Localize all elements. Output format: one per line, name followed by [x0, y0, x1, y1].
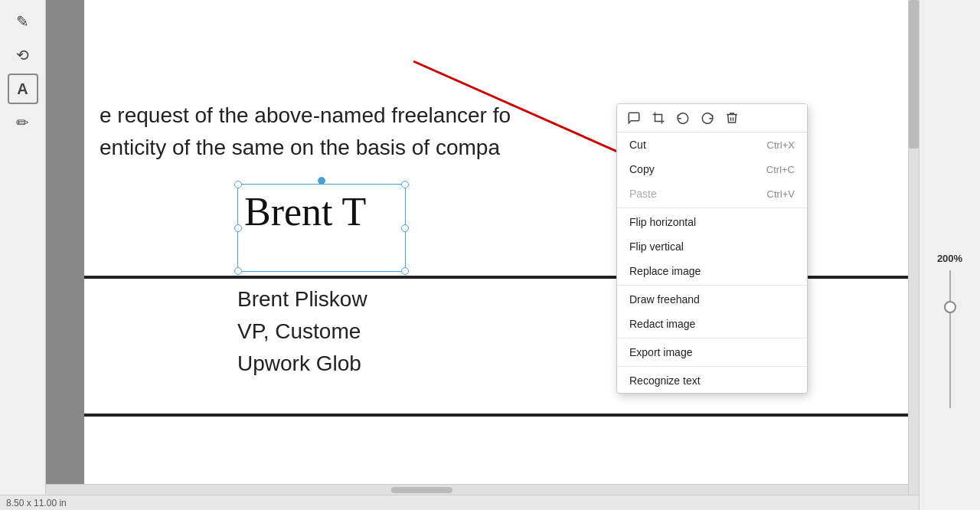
copy-menu-item[interactable]: Copy Ctrl+C	[617, 157, 807, 181]
document-size-label: 8.50 x 11.00 in	[6, 498, 67, 508]
resize-handle-mr[interactable]	[401, 224, 409, 232]
rotate-handle[interactable]	[318, 177, 325, 185]
resize-handle-br[interactable]	[401, 267, 409, 275]
signature-image[interactable]: Brent T	[237, 184, 406, 272]
pencil-tool-button[interactable]: ✎	[8, 6, 38, 37]
context-menu: Cut Ctrl+X Copy Ctrl+C Paste Ctrl+V Flip…	[616, 103, 808, 394]
export-image-menu-item[interactable]: Export image	[617, 340, 807, 365]
separator-2	[617, 285, 807, 286]
zoom-track	[949, 270, 951, 408]
scrollbar-v-thumb[interactable]	[909, 0, 919, 149]
separator-1	[617, 208, 807, 208]
lasso-icon: ⟲	[16, 46, 29, 64]
left-toolbar: ✎ ⟲ A ✏	[0, 0, 46, 510]
delete-icon[interactable]	[723, 109, 741, 127]
lasso-tool-button[interactable]: ⟲	[8, 40, 38, 70]
paste-menu-item: Paste Ctrl+V	[617, 181, 807, 206]
scrollbar-h-thumb[interactable]	[391, 487, 452, 493]
crop-icon[interactable]	[649, 109, 668, 127]
status-bar: 8.50 x 11.00 in	[0, 495, 919, 510]
draw-freehand-label: Draw freehand	[629, 293, 700, 306]
name-block: Brent Pliskow VP, Custome Upwork Glob	[237, 283, 368, 380]
resize-handle-tr[interactable]	[401, 181, 409, 188]
text-tool-button[interactable]: A	[8, 74, 38, 104]
resize-handle-ml[interactable]	[234, 224, 242, 232]
undo-icon[interactable]	[674, 109, 692, 127]
paste-label: Paste	[629, 188, 657, 200]
context-menu-toolbar	[617, 104, 807, 132]
comment-icon[interactable]	[625, 109, 643, 127]
flip-vertical-menu-item[interactable]: Flip vertical	[617, 234, 807, 259]
paste-shortcut: Ctrl+V	[767, 188, 795, 200]
redact-image-menu-item[interactable]: Redact image	[617, 312, 807, 336]
highlight-tool-button[interactable]: ✏	[8, 107, 38, 138]
text-icon: A	[17, 80, 28, 98]
resize-handle-bl[interactable]	[234, 267, 242, 275]
cut-shortcut: Ctrl+X	[767, 139, 795, 151]
signature-content: Brent T	[238, 185, 405, 240]
zoom-slider[interactable]	[942, 270, 958, 408]
name-line3: Upwork Glob	[237, 348, 368, 380]
redo-icon[interactable]	[698, 109, 717, 127]
flip-horizontal-label: Flip horizontal	[629, 216, 696, 228]
copy-shortcut: Ctrl+C	[766, 164, 795, 175]
zoom-thumb[interactable]	[944, 301, 956, 313]
resize-handle-tl[interactable]	[234, 181, 242, 188]
cut-label: Cut	[629, 139, 646, 151]
horizontal-scrollbar[interactable]	[46, 484, 908, 495]
separator-3	[617, 338, 807, 338]
flip-horizontal-menu-item[interactable]: Flip horizontal	[617, 210, 807, 234]
redact-image-label: Redact image	[629, 318, 695, 330]
recognize-text-label: Recognize text	[629, 374, 701, 387]
name-line1: Brent Pliskow	[237, 283, 368, 315]
right-panel: 200%	[919, 0, 980, 510]
vertical-scrollbar[interactable]	[908, 0, 919, 495]
replace-image-label: Replace image	[629, 265, 701, 277]
copy-label: Copy	[629, 163, 655, 175]
doc-rule-bottom	[84, 414, 919, 417]
highlight-icon: ✏	[16, 113, 29, 132]
replace-image-menu-item[interactable]: Replace image	[617, 259, 807, 283]
pencil-icon: ✎	[16, 12, 29, 31]
name-line2: VP, Custome	[237, 315, 368, 348]
zoom-value: 200%	[937, 253, 962, 264]
flip-vertical-label: Flip vertical	[629, 240, 684, 253]
separator-4	[617, 366, 807, 367]
export-image-label: Export image	[629, 346, 692, 358]
draw-freehand-menu-item[interactable]: Draw freehand	[617, 287, 807, 312]
cut-menu-item[interactable]: Cut Ctrl+X	[617, 132, 807, 157]
recognize-text-menu-item[interactable]: Recognize text	[617, 368, 807, 393]
